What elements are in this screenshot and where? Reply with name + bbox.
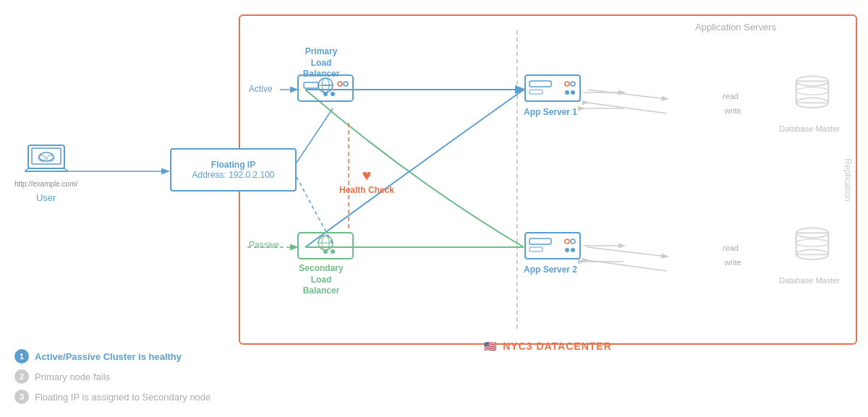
secondary-lb-label: Secondary Load Balancer xyxy=(292,263,350,297)
svg-line-2 xyxy=(587,90,667,99)
db-master-1-label: Database Master xyxy=(779,124,840,133)
app-server-2-label: App Server 2 xyxy=(524,265,577,275)
legend-num-2: 2 xyxy=(14,369,29,384)
svg-point-31 xyxy=(571,90,575,95)
svg-line-5 xyxy=(587,260,667,271)
svg-point-14 xyxy=(331,92,335,96)
write-label-1: write xyxy=(725,106,741,115)
svg-point-11 xyxy=(338,82,342,86)
user-icon xyxy=(25,141,68,177)
passive-label: Passive xyxy=(249,240,279,250)
app-server-1-label: App Server 1 xyxy=(524,107,577,117)
svg-rect-9 xyxy=(304,82,318,88)
svg-line-4 xyxy=(587,247,667,257)
svg-point-24 xyxy=(331,249,335,254)
floating-ip-address: Address: 192.0.2.100 xyxy=(192,170,274,180)
legend-text-2: Primary node fails xyxy=(35,371,110,382)
svg-rect-55 xyxy=(28,145,64,168)
datacenter-text: NYC3 DATACENTER xyxy=(503,340,612,352)
svg-point-12 xyxy=(344,82,348,86)
svg-point-23 xyxy=(323,249,328,254)
legend: 1 Active/Passive Cluster is healthy 2 Pr… xyxy=(14,349,210,404)
svg-point-38 xyxy=(571,248,575,252)
flag-icon: 🇺🇸 xyxy=(484,340,497,352)
svg-point-29 xyxy=(571,82,575,86)
database-master-2 xyxy=(791,225,834,271)
legend-text-1: Active/Passive Cluster is healthy xyxy=(35,351,182,362)
legend-num-1: 1 xyxy=(14,349,29,364)
read-label-2: read xyxy=(723,244,739,252)
svg-rect-33 xyxy=(529,238,551,244)
svg-point-28 xyxy=(565,82,569,86)
floating-ip-box: Floating IP Address: 192.0.2.100 xyxy=(170,148,297,192)
svg-point-36 xyxy=(571,239,575,244)
svg-point-30 xyxy=(565,90,569,95)
svg-point-48 xyxy=(796,239,829,246)
legend-item-3: 3 Floating IP is assigned to Secondary n… xyxy=(14,390,210,404)
replication-label: Replication xyxy=(842,158,852,201)
user-section: http://example.com/ User xyxy=(14,141,77,203)
svg-point-42 xyxy=(796,87,829,95)
svg-line-3 xyxy=(587,103,667,113)
app-server-1 xyxy=(524,72,582,106)
svg-point-37 xyxy=(565,248,569,252)
svg-rect-32 xyxy=(525,233,580,259)
vertical-divider xyxy=(516,30,518,329)
svg-rect-27 xyxy=(529,90,542,94)
floating-ip-title: Floating IP xyxy=(211,160,255,170)
main-container: Application Servers Replication xyxy=(0,0,868,417)
database-master-1 xyxy=(791,74,834,119)
legend-item-1: 1 Active/Passive Cluster is healthy xyxy=(14,349,210,364)
datacenter-label: 🇺🇸 NYC3 DATACENTER xyxy=(239,340,857,352)
datacenter-box: Application Servers Replication xyxy=(239,14,857,345)
secondary-lb-device xyxy=(297,230,354,264)
primary-lb-device xyxy=(297,72,354,106)
active-label: Active xyxy=(249,84,273,94)
app-server-2 xyxy=(524,230,582,264)
user-label: User xyxy=(36,192,56,203)
db-master-2-label: Database Master xyxy=(779,276,840,285)
svg-rect-34 xyxy=(529,247,542,252)
svg-point-57 xyxy=(39,152,54,161)
health-check: ♥ Health Check xyxy=(334,166,399,195)
read-label-1: read xyxy=(723,92,739,100)
legend-text-3: Floating IP is assigned to Secondary nod… xyxy=(35,392,210,403)
app-servers-heading: Application Servers xyxy=(695,22,776,33)
write-label-2: write xyxy=(725,258,741,267)
user-url: http://example.com/ xyxy=(14,180,77,188)
legend-item-2: 2 Primary node fails xyxy=(14,369,210,384)
svg-rect-19 xyxy=(298,233,353,259)
legend-num-3: 3 xyxy=(14,390,29,404)
svg-point-35 xyxy=(565,239,569,244)
svg-rect-26 xyxy=(529,81,551,87)
svg-rect-25 xyxy=(525,75,580,101)
